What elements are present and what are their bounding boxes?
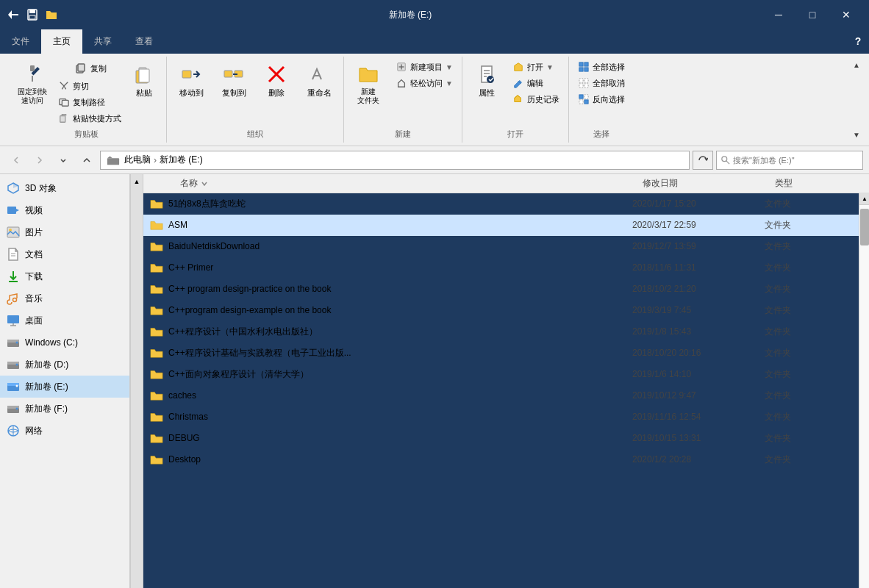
table-row[interactable]: DEBUG 2019/10/15 13:31 文件夹 [143,428,859,449]
window-save-icon[interactable] [25,7,40,22]
window-back-icon[interactable] [6,7,21,22]
table-row[interactable]: BaiduNetdiskDownload 2019/12/7 13:59 文件夹 [143,236,859,257]
select-items: 全部选择 全部取消 反向选择 [575,60,628,126]
table-row[interactable]: Desktop 2020/1/2 20:28 文件夹 [143,449,859,470]
select-none-button[interactable]: 全部取消 [575,76,628,90]
table-row[interactable]: ASM 2020/3/17 22:59 文件夹 [143,215,859,236]
search-input[interactable] [733,156,858,165]
cut-button[interactable]: 剪切 [55,79,124,93]
table-row[interactable]: Christmas 2019/11/16 12:54 文件夹 [143,406,859,428]
header-date[interactable]: 修改日期 [643,177,775,190]
tab-share[interactable]: 共享 [82,29,124,54]
svg-rect-4 [30,65,35,71]
new-folder-button[interactable]: 新建文件夹 [350,60,387,108]
sidebar-item-video[interactable]: 视频 [0,199,129,221]
nav-up-button[interactable] [76,150,97,171]
nav-back-button[interactable] [6,150,26,171]
picture-icon [6,225,21,240]
disk-c-icon [6,335,21,350]
tab-home[interactable]: 主页 [41,29,82,54]
copy-button[interactable]: 复制 [55,60,124,77]
file-row-name: C++程序设计（中国水利水电出版社） [168,326,632,338]
table-row[interactable]: 51的8x8点阵贪吃蛇 2020/1/17 15:20 文件夹 [143,193,859,215]
new-folder-icon [357,62,380,86]
sidebar-item-3d[interactable]: 3D 对象 [0,177,129,199]
invert-select-button[interactable]: 反向选择 [575,92,628,107]
sidebar-item-newd[interactable]: 新加卷 (D:) [0,354,129,376]
history-button[interactable]: 历史记录 [509,92,562,107]
file-list: 51的8x8点阵贪吃蛇 2020/1/17 15:20 文件夹 ASM 2020… [143,193,859,588]
nav-forward-button[interactable] [29,150,50,171]
close-button[interactable]: ✕ [829,0,863,29]
sidebar-item-download[interactable]: 下载 [0,265,129,287]
sidebar-item-network[interactable]: 网络 [0,420,129,442]
table-row[interactable]: C++ program design-practice on the book … [143,279,859,300]
title-controls: ─ □ ✕ [762,0,863,29]
scroll-thumb[interactable] [860,209,869,245]
vertical-scrollbar[interactable]: ▲ ▼ [859,193,869,588]
minimize-button[interactable]: ─ [762,0,795,29]
sidebar-item-music[interactable]: 音乐 [0,287,129,309]
organize-label: 组织 [247,129,263,140]
download-icon [6,269,21,284]
copy-to-button[interactable]: 复制到 [215,60,252,101]
file-row-type: 文件夹 [765,368,853,381]
open-button[interactable]: 打开 ▼ [509,60,562,74]
copy-path-button[interactable]: 复制路径 [55,95,124,110]
delete-icon [265,62,288,86]
address-path[interactable]: 此电脑 › 新加卷 (E:) [100,151,690,170]
properties-button[interactable]: 属性 [468,60,505,101]
easy-access-button[interactable]: 轻松访问 ▼ [393,76,456,90]
scroll-up-button[interactable]: ▲ [859,193,869,205]
scroll-track[interactable] [859,205,869,588]
paste-shortcut-button[interactable]: 粘贴快捷方式 [55,111,124,126]
table-row[interactable]: C++程序设计基础与实践教程（电子工业出版... 2018/10/20 20:1… [143,343,859,364]
table-row[interactable]: C++程序设计（中国水利水电出版社） 2019/1/8 15:43 文件夹 [143,321,859,343]
sidebar-item-picture[interactable]: 图片 [0,221,129,243]
table-row[interactable]: C++面向对象程序设计（清华大学） 2019/1/6 14:10 文件夹 [143,364,859,385]
maximize-button[interactable]: □ [795,0,829,29]
tab-view[interactable]: 查看 [124,29,165,54]
tab-file[interactable]: 文件 [0,29,41,54]
file-row-date: 2018/10/20 20:16 [632,348,765,358]
file-row-name: Desktop [168,454,632,465]
sidebar-item-newf[interactable]: 新加卷 (F:) [0,398,129,420]
sidebar-item-winc[interactable]: Windows (C:) [0,331,129,354]
pin-button[interactable]: 固定到快速访问 [12,60,52,108]
svg-rect-33 [584,79,588,82]
search-box[interactable] [716,151,863,170]
refresh-button[interactable] [693,151,713,170]
table-row[interactable]: C++program design-example on the book 20… [143,300,859,321]
file-row-name: C++程序设计基础与实践教程（电子工业出版... [168,347,632,359]
sidebar-item-newf-label: 新加卷 (F:) [25,403,68,415]
edit-button[interactable]: 编辑 [509,76,562,90]
sidebar-item-newe[interactable]: 新加卷 (E:) [0,376,129,398]
move-to-button[interactable]: 移动到 [173,60,210,101]
help-button[interactable]: ? [847,29,869,53]
rename-label: 重命名 [307,87,332,98]
rename-icon [307,62,331,86]
file-row-date: 2019/10/12 9:47 [632,390,765,401]
sidebar-scroll-up[interactable]: ▲ [131,176,143,187]
ribbon-expand-button[interactable]: ▼ [850,128,863,141]
table-row[interactable]: C++ Primer 2018/11/6 11:31 文件夹 [143,257,859,279]
organize-items: 移动到 复制到 [173,60,337,126]
header-type[interactable]: 类型 [775,177,863,190]
sidebar-item-document[interactable]: 文档 [0,243,129,265]
sidebar-item-desktop[interactable]: 桌面 [0,309,129,331]
svg-point-52 [13,298,17,302]
new-item-button[interactable]: 新建项目 ▼ [393,60,456,74]
window-folder-icon[interactable] [44,7,59,22]
file-row-name: DEBUG [168,433,632,443]
new-folder-label: 新建文件夹 [357,87,379,105]
header-name[interactable]: 名称 [162,177,643,190]
delete-button[interactable]: 删除 [258,60,295,101]
ribbon-collapse-button[interactable]: ▲ [850,58,863,71]
table-row[interactable]: caches 2019/10/12 9:47 文件夹 [143,385,859,406]
rename-button[interactable]: 重命名 [301,60,337,101]
cut-icon [58,80,70,92]
nav-dropdown-button[interactable] [53,150,74,171]
document-icon [6,247,21,262]
paste-button[interactable]: 粘贴 [127,60,160,101]
select-all-button[interactable]: 全部选择 [575,60,628,74]
